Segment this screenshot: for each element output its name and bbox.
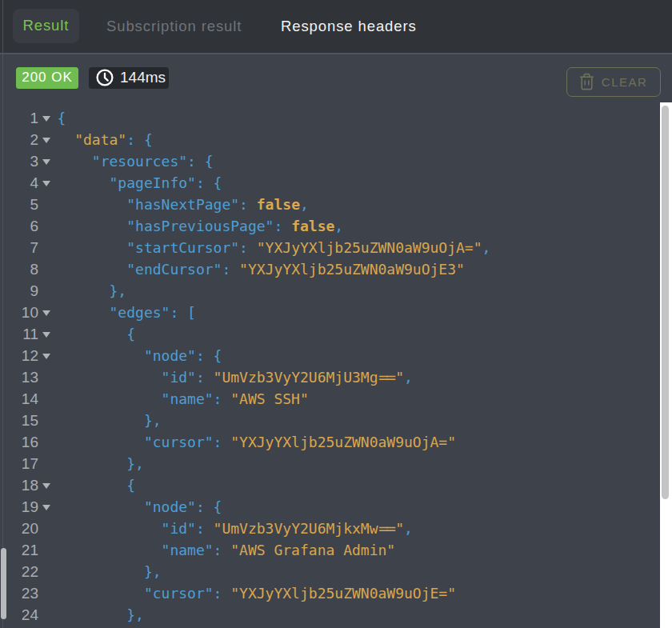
code-line-15: 15 }, <box>0 410 660 431</box>
code-text: "cursor": "YXJyYXljb25uZWN0aW9uOjA=" <box>58 431 457 453</box>
line-number: 6 <box>0 215 38 237</box>
line-number: 5 <box>0 194 38 215</box>
line-number: 11 <box>0 323 38 345</box>
fold-gutter-empty <box>38 366 58 388</box>
fold-marker[interactable] <box>38 129 58 150</box>
code-line-11: 11 { <box>0 323 660 345</box>
line-number: 3 <box>0 150 38 172</box>
code-text: "startCursor": "YXJyYXljb25uZWN0aW9uOjA=… <box>58 237 491 258</box>
tab-subscription-result[interactable]: Subscription result <box>106 0 242 53</box>
fold-marker[interactable] <box>38 474 58 496</box>
chevron-down-icon <box>42 138 50 143</box>
code-line-5: 5 "hasNextPage": false, <box>0 194 660 215</box>
code-line-18: 18 { <box>0 474 660 496</box>
fold-marker[interactable] <box>38 496 58 518</box>
line-number: 14 <box>0 388 38 410</box>
line-number: 15 <box>0 410 38 431</box>
left-pane-scrollbar-thumb[interactable] <box>1 548 6 619</box>
fold-gutter-empty <box>38 237 58 258</box>
code-line-10: 10 "edges": [ <box>0 302 660 323</box>
line-number: 10 <box>0 302 38 323</box>
fold-gutter-empty <box>38 215 58 237</box>
chevron-down-icon <box>42 310 50 316</box>
tab-result[interactable]: Result <box>13 9 79 43</box>
code-line-12: 12 "node": { <box>0 345 660 366</box>
code-text: "id": "UmVzb3VyY2U6MjU3Mg==", <box>58 366 413 388</box>
fold-gutter-empty <box>38 453 58 474</box>
fold-marker[interactable] <box>38 302 58 323</box>
tab-response-headers[interactable]: Response headers <box>281 0 417 53</box>
tab-response-headers-label: Response headers <box>281 18 417 35</box>
code-text: "id": "UmVzb3VyY2U6MjkxMw==", <box>58 518 413 539</box>
status-badge: 200 OK <box>16 67 78 89</box>
code-text: }, <box>58 561 162 582</box>
code-line-16: 16 "cursor": "YXJyYXljb25uZWN0aW9uOjA=" <box>0 431 660 453</box>
code-text: "hasPreviousPage": false, <box>58 215 344 237</box>
result-tabbar: Result Subscription result Response head… <box>0 0 672 53</box>
chevron-down-icon <box>42 332 50 338</box>
code-line-17: 17 }, <box>0 453 660 474</box>
fold-marker[interactable] <box>38 150 58 172</box>
line-number: 19 <box>0 496 38 518</box>
code-line-20: 20 "id": "UmVzb3VyY2U6MjkxMw==", <box>0 518 660 539</box>
vertical-scrollbar[interactable] <box>660 102 672 628</box>
code-text: "endCursor": "YXJyYXljb25uZWN0aW9uOjE3" <box>58 258 465 280</box>
code-text: "hasNextPage": false, <box>58 194 309 215</box>
code-line-2: 2 "data": { <box>0 129 660 150</box>
fold-marker[interactable] <box>38 323 58 345</box>
code-line-6: 6 "hasPreviousPage": false, <box>0 215 660 237</box>
response-time-label: 144ms <box>120 69 166 86</box>
line-number: 18 <box>0 474 38 496</box>
clear-button-label: CLEAR <box>602 75 648 89</box>
code-text: "pageInfo": { <box>58 172 222 194</box>
tab-result-label: Result <box>23 17 70 34</box>
code-text: "edges": [ <box>58 302 196 323</box>
code-text: { <box>58 323 136 345</box>
fold-gutter-empty <box>38 604 58 626</box>
line-number: 12 <box>0 345 38 366</box>
code-line-1: 1{ <box>0 107 660 129</box>
result-panel: 200 OK 144ms CLEAR 1{2 "data": {3 "resou… <box>0 54 672 628</box>
line-number: 1 <box>0 107 38 129</box>
vertical-scrollbar-thumb[interactable] <box>662 106 669 499</box>
line-number: 13 <box>0 366 38 388</box>
code-line-9: 9 }, <box>0 280 660 302</box>
fold-gutter-empty <box>38 518 58 539</box>
code-text: "node": { <box>58 496 222 518</box>
code-text: }, <box>58 453 144 474</box>
code-line-4: 4 "pageInfo": { <box>0 172 660 194</box>
code-text: { <box>58 474 136 496</box>
pane-divider[interactable] <box>2 0 4 628</box>
fold-gutter-empty <box>38 561 58 582</box>
fold-marker[interactable] <box>38 172 58 194</box>
line-number: 20 <box>0 518 38 539</box>
code-text: }, <box>58 280 127 302</box>
clock-icon <box>96 69 114 86</box>
json-result-viewer[interactable]: 1{2 "data": {3 "resources": {4 "pageInfo… <box>0 102 660 628</box>
code-text: }, <box>58 410 162 431</box>
fold-marker[interactable] <box>38 345 58 366</box>
fold-gutter-empty <box>38 258 58 280</box>
chevron-down-icon <box>42 483 50 489</box>
fold-gutter-empty <box>38 582 58 604</box>
line-number: 7 <box>0 237 38 258</box>
code-text: "data": { <box>58 129 153 150</box>
code-line-21: 21 "name": "AWS Grafana Admin" <box>0 539 660 561</box>
code-text: "resources": { <box>58 150 214 172</box>
trash-icon <box>579 73 594 91</box>
line-number: 2 <box>0 129 38 150</box>
fold-gutter-empty <box>38 194 58 215</box>
code-line-22: 22 }, <box>0 561 660 582</box>
clear-button[interactable]: CLEAR <box>566 67 661 97</box>
fold-gutter-empty <box>38 388 58 410</box>
fold-gutter-empty <box>38 539 58 561</box>
chevron-down-icon <box>42 181 50 186</box>
code-text: "name": "AWS Grafana Admin" <box>58 539 396 561</box>
chevron-down-icon <box>42 354 50 359</box>
code-line-13: 13 "id": "UmVzb3VyY2U6MjU3Mg==", <box>0 366 660 388</box>
fold-marker[interactable] <box>38 107 58 129</box>
code-text: "cursor": "YXJyYXljb25uZWN0aW9uOjE=" <box>58 582 457 604</box>
status-badge-label: 200 OK <box>22 70 73 86</box>
fold-gutter-empty <box>38 280 58 302</box>
line-number: 8 <box>0 258 38 280</box>
